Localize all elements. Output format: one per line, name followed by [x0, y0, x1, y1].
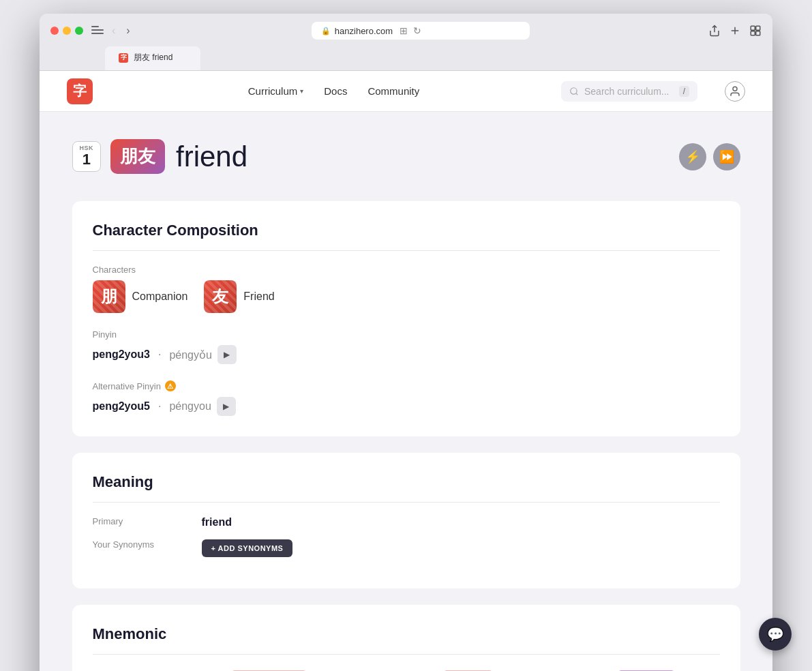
sidebar-toggle[interactable] — [91, 26, 104, 35]
url-text: hanzihero.com — [335, 26, 393, 36]
active-tab[interactable]: 字 朋友 friend — [105, 46, 200, 70]
refresh-icon: ↻ — [413, 25, 421, 36]
character-item-friend[interactable]: 友 Friend — [204, 280, 274, 313]
meaning-section: Meaning Primary friend Your Synonyms + A… — [72, 453, 740, 588]
search-shortcut: / — [679, 86, 689, 97]
flash-icon: ⚡ — [685, 149, 700, 164]
svg-rect-3 — [756, 26, 760, 30]
word-actions: ⚡ ⏩ — [679, 143, 740, 170]
char-badge-companion: 朋 — [93, 280, 125, 313]
app-nav: 字 Curriculum ▾ Docs Community Search cur… — [40, 71, 772, 112]
address-bar-container: 🔒 hanzihero.com ⊞ ↻ — [141, 22, 700, 40]
primary-meaning-row: Primary friend — [93, 516, 720, 528]
page-content: HSK 1 朋友 friend ⚡ ⏩ Character Compositio… — [45, 112, 768, 671]
alt-pinyin-label: Alternative Pinyin — [93, 381, 161, 391]
pinyin-value-row: peng2you3 · péngyǒu ▶ — [93, 345, 720, 364]
minimize-button[interactable] — [63, 27, 71, 35]
fast-forward-button[interactable]: ⏩ — [713, 143, 740, 170]
tab-bar: 字 朋友 friend — [50, 46, 762, 70]
chat-fab[interactable]: 💬 — [759, 618, 792, 651]
alt-pinyin-row: Alternative Pinyin ⚠ peng2you5 · péngyou… — [93, 381, 720, 416]
address-bar[interactable]: 🔒 hanzihero.com ⊞ ↻ — [312, 22, 530, 40]
browser-chrome: ‹ › 🔒 hanzihero.com ⊞ ↻ — [40, 14, 772, 71]
traffic-lights — [50, 27, 83, 35]
synonyms-label: Your Synonyms — [93, 539, 202, 550]
hsk-badge: HSK 1 — [72, 141, 102, 171]
mnemonic-text: One person considers you a 朋 companion .… — [93, 668, 720, 671]
play-alt-pinyin-button[interactable]: ▶ — [217, 397, 236, 416]
svg-point-7 — [733, 87, 737, 91]
characters-row: Characters 朋 Companion 友 Friend — [93, 265, 720, 313]
svg-point-6 — [571, 87, 577, 93]
share-button[interactable] — [708, 25, 721, 37]
browser-window: ‹ › 🔒 hanzihero.com ⊞ ↻ — [40, 14, 772, 671]
search-placeholder: Search curriculum... — [584, 86, 674, 97]
alt-pinyin-label-row: Alternative Pinyin ⚠ — [93, 381, 720, 391]
character-composition-section: Character Composition Characters 朋 Compa… — [72, 201, 740, 436]
char-badge-friend: 友 — [204, 280, 237, 313]
warning-icon: ⚠ — [165, 381, 176, 391]
close-button[interactable] — [50, 27, 59, 35]
mnemonic-section: Mnemonic One person considers you a 朋 co… — [72, 605, 740, 671]
play-pinyin-button[interactable]: ▶ — [217, 345, 237, 364]
word-english: friend — [176, 140, 247, 173]
word-hanzi-badge: 朋友 — [110, 139, 165, 174]
characters-list: 朋 Companion 友 Friend — [93, 280, 720, 313]
chevron-down-icon: ▾ — [300, 87, 303, 95]
alt-pinyin-value-row: peng2you5 · péngyou ▶ — [93, 397, 720, 416]
primary-label: Primary — [93, 516, 202, 526]
user-avatar[interactable] — [725, 81, 745, 102]
search-bar[interactable]: Search curriculum... / — [561, 81, 697, 102]
app-logo[interactable]: 字 — [67, 78, 93, 104]
svg-rect-4 — [751, 31, 755, 35]
forward-button[interactable]: › — [123, 23, 132, 38]
new-tab-button[interactable] — [729, 25, 741, 37]
character-item-companion[interactable]: 朋 Companion — [93, 280, 188, 313]
search-icon — [569, 87, 579, 96]
browser-titlebar: ‹ › 🔒 hanzihero.com ⊞ ↻ — [50, 22, 762, 40]
alt-pinyin-dotted: péngyou — [169, 400, 211, 413]
tab-favicon: 字 — [119, 53, 128, 63]
pinyin-row: Pinyin peng2you3 · péngyǒu ▶ — [93, 329, 720, 364]
svg-rect-2 — [751, 26, 755, 30]
section-title-meaning: Meaning — [93, 473, 720, 503]
section-title-character-composition: Character Composition — [93, 222, 720, 251]
back-button[interactable]: ‹ — [109, 23, 118, 38]
chat-icon: 💬 — [767, 626, 784, 642]
flash-button[interactable]: ⚡ — [679, 143, 706, 170]
alt-pinyin-numbered: peng2you5 — [93, 400, 150, 413]
tab-overview-button[interactable] — [749, 25, 762, 37]
hsk-number: 1 — [82, 151, 91, 168]
nav-community[interactable]: Community — [367, 85, 419, 97]
nav-curriculum[interactable]: Curriculum ▾ — [248, 85, 304, 97]
browser-actions — [708, 25, 762, 37]
svg-rect-5 — [756, 31, 760, 35]
alt-dot-separator: · — [158, 400, 161, 413]
dot-separator: · — [158, 348, 161, 361]
section-title-mnemonic: Mnemonic — [93, 625, 720, 655]
synonyms-row: Your Synonyms + ADD SYNONYMS — [93, 539, 720, 557]
char-meaning-companion: Companion — [132, 290, 188, 303]
maximize-button[interactable] — [75, 27, 83, 35]
word-header: HSK 1 朋友 friend ⚡ ⏩ — [72, 139, 740, 174]
main-content: 字 Curriculum ▾ Docs Community Search cur… — [40, 71, 772, 671]
add-synonyms-button[interactable]: + ADD SYNONYMS — [202, 539, 293, 557]
char-meaning-friend: Friend — [243, 290, 274, 303]
fast-forward-icon: ⏩ — [719, 149, 734, 164]
pinyin-numbered: peng2you3 — [93, 348, 150, 361]
nav-links: Curriculum ▾ Docs Community — [134, 85, 534, 97]
browser-controls: ‹ › — [91, 23, 133, 38]
translate-icon: ⊞ — [400, 25, 408, 36]
characters-label: Characters — [93, 265, 720, 275]
nav-docs[interactable]: Docs — [324, 85, 347, 97]
lock-icon: 🔒 — [321, 27, 331, 35]
tab-title: 朋友 friend — [134, 52, 172, 63]
pinyin-dotted: péngyǒu — [169, 348, 212, 361]
primary-value: friend — [202, 516, 232, 528]
pinyin-label: Pinyin — [93, 329, 720, 340]
